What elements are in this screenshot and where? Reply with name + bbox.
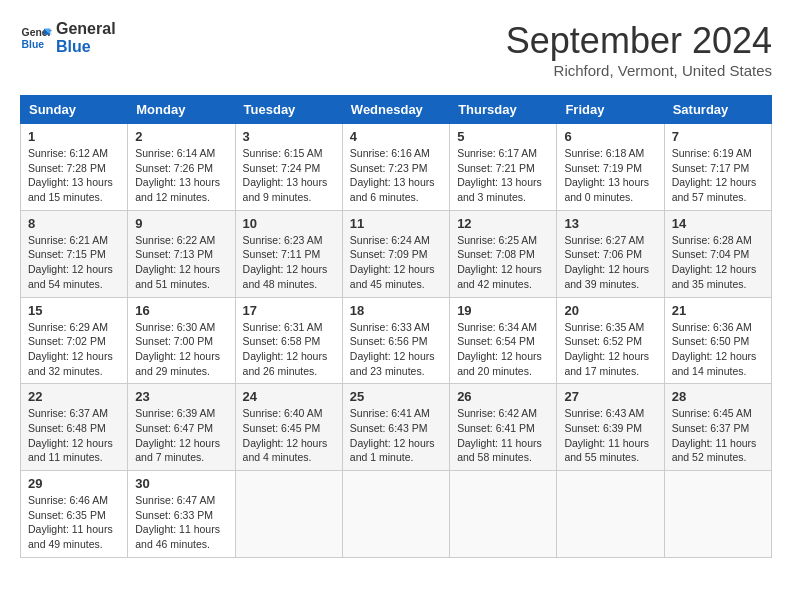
calendar-cell: 16Sunrise: 6:30 AM Sunset: 7:00 PM Dayli… xyxy=(128,297,235,384)
day-info: Sunrise: 6:31 AM Sunset: 6:58 PM Dayligh… xyxy=(243,320,335,379)
day-info: Sunrise: 6:21 AM Sunset: 7:15 PM Dayligh… xyxy=(28,233,120,292)
logo-blue: Blue xyxy=(56,38,116,56)
calendar-table: SundayMondayTuesdayWednesdayThursdayFrid… xyxy=(20,95,772,558)
calendar-cell: 22Sunrise: 6:37 AM Sunset: 6:48 PM Dayli… xyxy=(21,384,128,471)
day-info: Sunrise: 6:14 AM Sunset: 7:26 PM Dayligh… xyxy=(135,146,227,205)
day-number: 6 xyxy=(564,129,656,144)
day-info: Sunrise: 6:24 AM Sunset: 7:09 PM Dayligh… xyxy=(350,233,442,292)
calendar-cell xyxy=(557,471,664,558)
day-info: Sunrise: 6:27 AM Sunset: 7:06 PM Dayligh… xyxy=(564,233,656,292)
weekday-header-cell: Sunday xyxy=(21,96,128,124)
day-info: Sunrise: 6:19 AM Sunset: 7:17 PM Dayligh… xyxy=(672,146,764,205)
calendar-cell: 10Sunrise: 6:23 AM Sunset: 7:11 PM Dayli… xyxy=(235,210,342,297)
day-number: 4 xyxy=(350,129,442,144)
day-info: Sunrise: 6:46 AM Sunset: 6:35 PM Dayligh… xyxy=(28,493,120,552)
weekday-header-cell: Wednesday xyxy=(342,96,449,124)
day-number: 28 xyxy=(672,389,764,404)
day-info: Sunrise: 6:12 AM Sunset: 7:28 PM Dayligh… xyxy=(28,146,120,205)
day-number: 22 xyxy=(28,389,120,404)
calendar-cell: 26Sunrise: 6:42 AM Sunset: 6:41 PM Dayli… xyxy=(450,384,557,471)
day-number: 14 xyxy=(672,216,764,231)
day-info: Sunrise: 6:42 AM Sunset: 6:41 PM Dayligh… xyxy=(457,406,549,465)
day-number: 29 xyxy=(28,476,120,491)
day-number: 9 xyxy=(135,216,227,231)
logo: General Blue General Blue xyxy=(20,20,116,55)
calendar-cell xyxy=(664,471,771,558)
location-subtitle: Richford, Vermont, United States xyxy=(506,62,772,79)
weekday-header-cell: Thursday xyxy=(450,96,557,124)
day-number: 3 xyxy=(243,129,335,144)
day-number: 1 xyxy=(28,129,120,144)
calendar-cell: 19Sunrise: 6:34 AM Sunset: 6:54 PM Dayli… xyxy=(450,297,557,384)
day-info: Sunrise: 6:33 AM Sunset: 6:56 PM Dayligh… xyxy=(350,320,442,379)
day-info: Sunrise: 6:29 AM Sunset: 7:02 PM Dayligh… xyxy=(28,320,120,379)
header: General Blue General Blue September 2024… xyxy=(20,20,772,79)
calendar-week-row: 22Sunrise: 6:37 AM Sunset: 6:48 PM Dayli… xyxy=(21,384,772,471)
calendar-body: 1Sunrise: 6:12 AM Sunset: 7:28 PM Daylig… xyxy=(21,124,772,558)
day-info: Sunrise: 6:17 AM Sunset: 7:21 PM Dayligh… xyxy=(457,146,549,205)
calendar-cell: 1Sunrise: 6:12 AM Sunset: 7:28 PM Daylig… xyxy=(21,124,128,211)
day-number: 20 xyxy=(564,303,656,318)
day-info: Sunrise: 6:36 AM Sunset: 6:50 PM Dayligh… xyxy=(672,320,764,379)
day-number: 17 xyxy=(243,303,335,318)
weekday-header-cell: Tuesday xyxy=(235,96,342,124)
weekday-header-cell: Saturday xyxy=(664,96,771,124)
calendar-cell: 25Sunrise: 6:41 AM Sunset: 6:43 PM Dayli… xyxy=(342,384,449,471)
day-info: Sunrise: 6:41 AM Sunset: 6:43 PM Dayligh… xyxy=(350,406,442,465)
calendar-cell: 21Sunrise: 6:36 AM Sunset: 6:50 PM Dayli… xyxy=(664,297,771,384)
day-number: 19 xyxy=(457,303,549,318)
calendar-cell: 30Sunrise: 6:47 AM Sunset: 6:33 PM Dayli… xyxy=(128,471,235,558)
calendar-cell: 9Sunrise: 6:22 AM Sunset: 7:13 PM Daylig… xyxy=(128,210,235,297)
day-info: Sunrise: 6:25 AM Sunset: 7:08 PM Dayligh… xyxy=(457,233,549,292)
svg-text:Blue: Blue xyxy=(22,38,45,49)
day-number: 10 xyxy=(243,216,335,231)
calendar-cell: 28Sunrise: 6:45 AM Sunset: 6:37 PM Dayli… xyxy=(664,384,771,471)
calendar-week-row: 8Sunrise: 6:21 AM Sunset: 7:15 PM Daylig… xyxy=(21,210,772,297)
calendar-cell: 17Sunrise: 6:31 AM Sunset: 6:58 PM Dayli… xyxy=(235,297,342,384)
day-info: Sunrise: 6:47 AM Sunset: 6:33 PM Dayligh… xyxy=(135,493,227,552)
day-number: 2 xyxy=(135,129,227,144)
day-info: Sunrise: 6:40 AM Sunset: 6:45 PM Dayligh… xyxy=(243,406,335,465)
day-number: 16 xyxy=(135,303,227,318)
calendar-cell xyxy=(450,471,557,558)
day-number: 27 xyxy=(564,389,656,404)
logo-general: General xyxy=(56,20,116,38)
calendar-week-row: 15Sunrise: 6:29 AM Sunset: 7:02 PM Dayli… xyxy=(21,297,772,384)
day-number: 13 xyxy=(564,216,656,231)
calendar-cell: 6Sunrise: 6:18 AM Sunset: 7:19 PM Daylig… xyxy=(557,124,664,211)
day-number: 25 xyxy=(350,389,442,404)
calendar-cell: 14Sunrise: 6:28 AM Sunset: 7:04 PM Dayli… xyxy=(664,210,771,297)
day-number: 26 xyxy=(457,389,549,404)
calendar-cell: 2Sunrise: 6:14 AM Sunset: 7:26 PM Daylig… xyxy=(128,124,235,211)
calendar-cell xyxy=(235,471,342,558)
calendar-cell: 7Sunrise: 6:19 AM Sunset: 7:17 PM Daylig… xyxy=(664,124,771,211)
calendar-cell: 24Sunrise: 6:40 AM Sunset: 6:45 PM Dayli… xyxy=(235,384,342,471)
calendar-cell xyxy=(342,471,449,558)
day-number: 8 xyxy=(28,216,120,231)
day-number: 18 xyxy=(350,303,442,318)
calendar-week-row: 1Sunrise: 6:12 AM Sunset: 7:28 PM Daylig… xyxy=(21,124,772,211)
calendar-cell: 5Sunrise: 6:17 AM Sunset: 7:21 PM Daylig… xyxy=(450,124,557,211)
calendar-cell: 11Sunrise: 6:24 AM Sunset: 7:09 PM Dayli… xyxy=(342,210,449,297)
day-info: Sunrise: 6:37 AM Sunset: 6:48 PM Dayligh… xyxy=(28,406,120,465)
day-number: 30 xyxy=(135,476,227,491)
logo-icon: General Blue xyxy=(20,22,52,54)
day-info: Sunrise: 6:15 AM Sunset: 7:24 PM Dayligh… xyxy=(243,146,335,205)
day-info: Sunrise: 6:18 AM Sunset: 7:19 PM Dayligh… xyxy=(564,146,656,205)
calendar-cell: 20Sunrise: 6:35 AM Sunset: 6:52 PM Dayli… xyxy=(557,297,664,384)
calendar-cell: 4Sunrise: 6:16 AM Sunset: 7:23 PM Daylig… xyxy=(342,124,449,211)
day-number: 7 xyxy=(672,129,764,144)
day-info: Sunrise: 6:43 AM Sunset: 6:39 PM Dayligh… xyxy=(564,406,656,465)
calendar-cell: 23Sunrise: 6:39 AM Sunset: 6:47 PM Dayli… xyxy=(128,384,235,471)
month-title: September 2024 xyxy=(506,20,772,62)
title-area: September 2024 Richford, Vermont, United… xyxy=(506,20,772,79)
calendar-cell: 29Sunrise: 6:46 AM Sunset: 6:35 PM Dayli… xyxy=(21,471,128,558)
calendar-cell: 8Sunrise: 6:21 AM Sunset: 7:15 PM Daylig… xyxy=(21,210,128,297)
calendar-week-row: 29Sunrise: 6:46 AM Sunset: 6:35 PM Dayli… xyxy=(21,471,772,558)
day-info: Sunrise: 6:22 AM Sunset: 7:13 PM Dayligh… xyxy=(135,233,227,292)
day-info: Sunrise: 6:30 AM Sunset: 7:00 PM Dayligh… xyxy=(135,320,227,379)
day-number: 23 xyxy=(135,389,227,404)
day-info: Sunrise: 6:34 AM Sunset: 6:54 PM Dayligh… xyxy=(457,320,549,379)
calendar-cell: 18Sunrise: 6:33 AM Sunset: 6:56 PM Dayli… xyxy=(342,297,449,384)
day-info: Sunrise: 6:23 AM Sunset: 7:11 PM Dayligh… xyxy=(243,233,335,292)
